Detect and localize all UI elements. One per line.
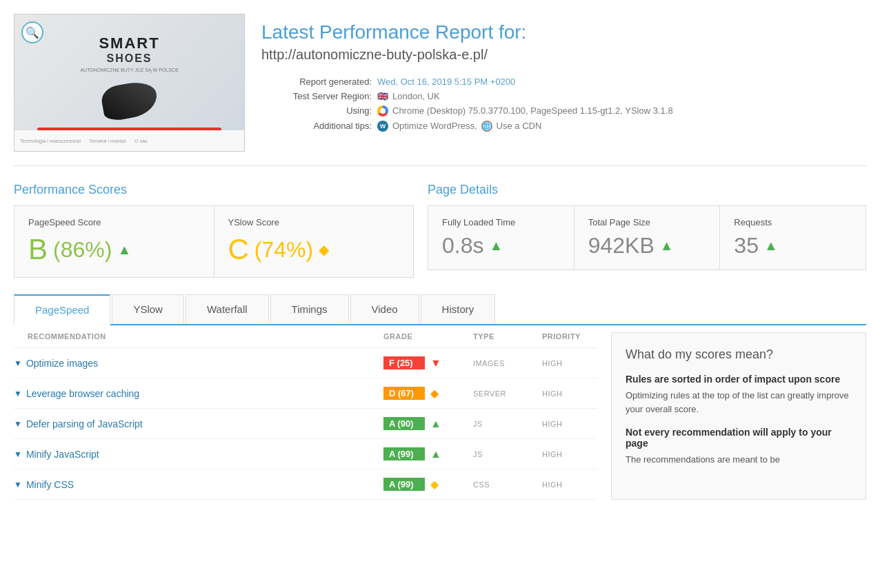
yslow-letter: C <box>228 233 249 266</box>
meta-generated: Report generated: Wed, Oct 16, 2019 5:15… <box>261 77 866 87</box>
page-size-label: Total Page Size <box>588 217 706 227</box>
loaded-time-value: 0.8s ▲ <box>442 233 560 258</box>
tab-yslow[interactable]: YSlow <box>112 294 184 324</box>
yslow-trend-icon: ◆ <box>319 241 329 258</box>
performance-scores-title: Performance Scores <box>14 183 414 197</box>
pagespeed-score-value: B (86%) ▲ <box>28 233 200 266</box>
row-toggle-icon[interactable]: ▼ <box>14 358 22 368</box>
table-row: ▼ Leverage browser caching D (67) ◆ SERV… <box>14 378 597 409</box>
header-section: 🔍 SMART SHOES AUTONOMICZNE BUTY JUŻ SĄ W… <box>14 14 866 166</box>
recommendations-table-section: RECOMMENDATION GRADE TYPE PRIORITY ▼ Opt… <box>14 325 597 500</box>
globe-icon: 🌐 <box>481 121 492 132</box>
meta-tips: Additional tips: W Optimize WordPress, 🌐… <box>261 121 866 132</box>
info-section2-title: Not every recommendation will apply to y… <box>626 427 852 449</box>
row-name-minify-css[interactable]: ▼ Minify CSS <box>14 479 383 490</box>
row-name-defer-js[interactable]: ▼ Defer parsing of JavaScript <box>14 418 383 429</box>
uk-flag-icon: 🇬🇧 <box>377 91 388 101</box>
tab-timings[interactable]: Timings <box>270 294 349 324</box>
loaded-time-label: Fully Loaded Time <box>442 217 560 227</box>
meta-tips-label: Additional tips: <box>261 121 372 131</box>
row-name-browser-caching[interactable]: ▼ Leverage browser caching <box>14 388 383 399</box>
website-screenshot: 🔍 SMART SHOES AUTONOMICZNE BUTY JUŻ SĄ W… <box>14 14 245 152</box>
col-header-recommendation: RECOMMENDATION <box>14 332 383 341</box>
page-details-panel: Page Details Fully Loaded Time 0.8s ▲ To… <box>428 183 866 278</box>
grade-trend-icon: ◆ <box>430 387 439 400</box>
col-header-type: TYPE <box>473 332 542 341</box>
grade-badge-a: A (99) <box>383 447 425 460</box>
row-label-defer-js: Defer parsing of JavaScript <box>26 418 143 429</box>
page-size-value: 942KB ▲ <box>588 233 706 258</box>
table-header: RECOMMENDATION GRADE TYPE PRIORITY <box>14 325 597 348</box>
col-header-grade: GRADE <box>383 332 473 341</box>
row-priority-browser-caching: HIGH <box>542 389 597 398</box>
meta-generated-label: Report generated: <box>261 77 372 87</box>
info-section1-title: Rules are sorted in order of impact upon… <box>626 374 852 385</box>
row-toggle-icon[interactable]: ▼ <box>14 480 22 489</box>
row-toggle-icon[interactable]: ▼ <box>14 389 22 398</box>
info-section2-text: The recommendations are meant to be <box>626 453 852 467</box>
row-grade-minify-css: A (99) ◆ <box>383 478 473 491</box>
row-label-browser-caching: Leverage browser caching <box>26 388 139 399</box>
main-container: 🔍 SMART SHOES AUTONOMICZNE BUTY JUŻ SĄ W… <box>0 0 880 514</box>
meta-using: Using: Chrome (Desktop) 75.0.3770.100, P… <box>261 105 866 116</box>
row-toggle-icon[interactable]: ▼ <box>14 419 22 429</box>
search-icon: 🔍 <box>21 21 43 43</box>
info-section1-text: Optimizing rules at the top of the list … <box>626 389 852 416</box>
col-header-priority: PRIORITY <box>542 332 597 341</box>
table-row: ▼ Minify JavaScript A (99) ▲ JS HIGH <box>14 439 597 469</box>
tab-history[interactable]: History <box>421 294 496 324</box>
tab-waterfall[interactable]: Waterfall <box>186 294 269 324</box>
yslow-pct: (74%) <box>254 237 313 263</box>
row-toggle-icon[interactable]: ▼ <box>14 449 22 459</box>
page-size-card: Total Page Size 942KB ▲ <box>574 206 721 270</box>
content-section: RECOMMENDATION GRADE TYPE PRIORITY ▼ Opt… <box>14 325 866 500</box>
grade-badge-a: A (90) <box>383 417 425 430</box>
yslow-score-value: C (74%) ◆ <box>228 233 400 266</box>
grade-trend-icon: ◆ <box>430 478 439 491</box>
grade-badge-a: A (99) <box>383 478 425 491</box>
meta-using-value: Chrome (Desktop) 75.0.3770.100, PageSpee… <box>377 105 673 116</box>
tab-pagespeed[interactable]: PageSpeed <box>14 294 110 325</box>
info-box-title: What do my scores mean? <box>626 347 852 363</box>
pagespeed-score-card: PageSpeed Score B (86%) ▲ <box>14 206 214 277</box>
row-label-minify-js: Minify JavaScript <box>26 449 99 460</box>
row-name-optimize-images[interactable]: ▼ Optimize images <box>14 358 383 369</box>
row-type-optimize-images: IMAGES <box>473 359 542 367</box>
row-grade-defer-js: A (90) ▲ <box>383 417 473 430</box>
pagespeed-letter: B <box>28 233 48 266</box>
row-type-browser-caching: SERVER <box>473 389 542 398</box>
meta-server: Test Server Region: 🇬🇧 London, UK <box>261 91 866 101</box>
table-row: ▼ Minify CSS A (99) ◆ CSS HIGH <box>14 469 597 500</box>
meta-tips-value: W Optimize WordPress, 🌐 Use a CDN <box>377 121 541 132</box>
table-row: ▼ Optimize images F (25) ▼ IMAGES HIGH <box>14 348 597 378</box>
row-priority-optimize-images: HIGH <box>542 359 597 367</box>
row-grade-optimize-images: F (25) ▼ <box>383 356 473 369</box>
meta-generated-value: Wed, Oct 16, 2019 5:15 PM +0200 <box>377 77 515 87</box>
report-url: http://autonomiczne-buty-polska-e.pl/ <box>261 47 866 63</box>
meta-server-label: Test Server Region: <box>261 91 372 101</box>
loaded-time-trend-icon: ▲ <box>489 238 503 254</box>
report-title: Latest Performance Report for: <box>261 21 866 44</box>
page-size-trend-icon: ▲ <box>660 238 674 254</box>
row-label-minify-css: Minify CSS <box>26 479 74 490</box>
row-type-defer-js: JS <box>473 420 542 428</box>
grade-badge-f: F (25) <box>383 356 425 369</box>
row-type-minify-js: JS <box>473 450 542 458</box>
grade-trend-icon: ▲ <box>430 418 441 430</box>
report-info: Latest Performance Report for: http://au… <box>261 14 866 136</box>
loaded-time-card: Fully Loaded Time 0.8s ▲ <box>428 206 574 270</box>
row-name-minify-js[interactable]: ▼ Minify JavaScript <box>14 449 383 460</box>
requests-card: Requests 35 ▲ <box>720 206 866 270</box>
requests-value: 35 ▲ <box>734 233 852 258</box>
yslow-score-label: YSlow Score <box>228 217 400 227</box>
row-grade-minify-js: A (99) ▲ <box>383 447 473 460</box>
tab-video[interactable]: Video <box>350 294 419 324</box>
row-priority-minify-css: HIGH <box>542 480 597 489</box>
wordpress-icon: W <box>377 121 388 132</box>
pagespeed-pct: (86%) <box>53 237 112 263</box>
requests-trend-icon: ▲ <box>764 238 778 254</box>
info-box: What do my scores mean? Rules are sorted… <box>611 332 866 500</box>
scores-section: Performance Scores PageSpeed Score B (86… <box>14 183 866 278</box>
meta-server-value: 🇬🇧 London, UK <box>377 91 440 101</box>
row-type-minify-css: CSS <box>473 480 542 489</box>
